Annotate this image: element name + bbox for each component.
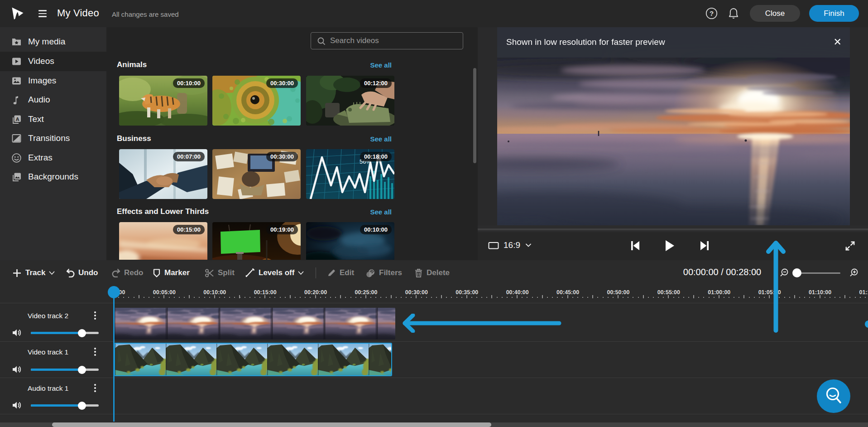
svg-text:A: A [16, 116, 19, 122]
svg-text:?: ? [710, 10, 714, 17]
